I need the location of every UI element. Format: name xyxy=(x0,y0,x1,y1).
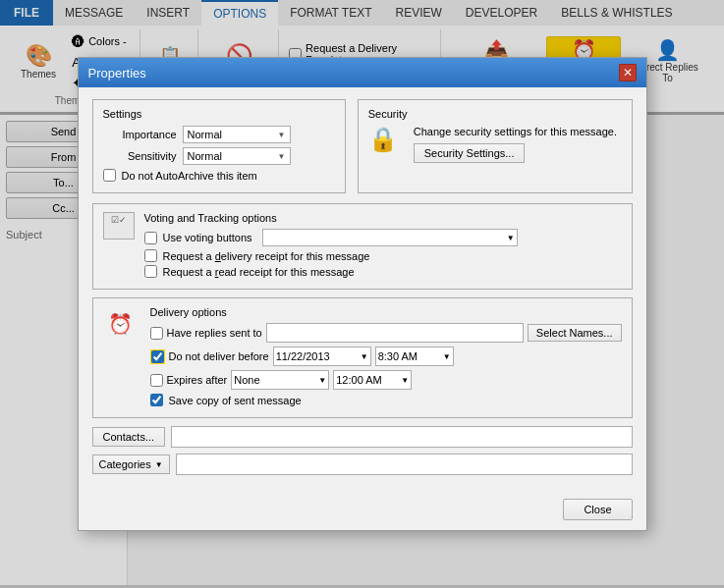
sensitivity-row: Sensitivity Normal ▼ xyxy=(103,147,335,165)
importance-select[interactable]: Normal ▼ xyxy=(183,126,291,143)
security-right: Change security settings for this messag… xyxy=(414,126,617,163)
expires-row: Expires after None ▼ 12:00 AM ▼ xyxy=(150,370,622,390)
expires-label: Expires after xyxy=(167,374,228,386)
settings-section: Settings Importance Normal ▼ Sensitivity… xyxy=(92,99,346,193)
categories-label: Categories xyxy=(99,458,151,470)
use-voting-row: Use voting buttons ▼ xyxy=(144,229,622,246)
no-deliver-checkbox[interactable] xyxy=(151,350,164,363)
save-copy-row: Save copy of sent message xyxy=(150,394,622,406)
categories-row: Categories ▼ None xyxy=(92,454,633,475)
have-replies-checkbox[interactable] xyxy=(150,327,163,340)
dialog-close-button[interactable]: ✕ xyxy=(619,64,637,81)
dialog-footer: Close xyxy=(79,493,646,530)
no-deliver-time-select[interactable]: 8:30 AM ▼ xyxy=(375,347,454,366)
sensitivity-arrow-icon: ▼ xyxy=(278,152,286,161)
security-title: Security xyxy=(368,108,622,120)
have-replies-input[interactable] xyxy=(266,323,524,343)
no-deliver-checkbox-wrapper xyxy=(150,349,165,364)
expires-time-arrow-icon: ▼ xyxy=(401,376,409,385)
security-settings-button[interactable]: Security Settings... xyxy=(414,143,526,163)
voting-read-receipt-checkbox[interactable] xyxy=(144,265,157,278)
contacts-row: Contacts... xyxy=(92,426,633,448)
settings-title: Settings xyxy=(103,108,335,120)
importance-row: Importance Normal ▼ xyxy=(103,126,335,143)
delivery-receipt-row: Request a delivery receipt for this mess… xyxy=(144,249,622,262)
expires-checkbox[interactable] xyxy=(150,374,163,387)
use-voting-label: Use voting buttons xyxy=(163,232,252,243)
use-voting-checkbox[interactable] xyxy=(144,232,157,244)
no-deliver-row: Do not deliver before 11/22/2013 ▼ 8:30 … xyxy=(150,347,622,366)
categories-button[interactable]: Categories ▼ xyxy=(92,454,170,474)
delivery-section: ⏰ Delivery options Have replies sent to … xyxy=(92,297,633,418)
properties-dialog: Properties ✕ Settings Importance Normal … xyxy=(78,57,647,531)
have-replies-label: Have replies sent to xyxy=(167,327,262,339)
voting-checkboxes: Voting and Tracking options Use voting b… xyxy=(144,212,622,281)
importance-label: Importance xyxy=(103,129,177,140)
expires-date-value: None xyxy=(234,374,259,386)
sensitivity-select[interactable]: Normal ▼ xyxy=(183,147,291,165)
save-copy-label: Save copy of sent message xyxy=(169,395,302,406)
close-button[interactable]: Close xyxy=(563,499,632,520)
importance-arrow-icon: ▼ xyxy=(278,131,286,139)
voting-icon: ☑✓ xyxy=(111,215,127,225)
delivery-title: Delivery options xyxy=(150,306,622,318)
delivery-icon-area: ⏰ xyxy=(103,306,144,342)
contacts-button[interactable]: Contacts... xyxy=(92,427,166,447)
dialog-overlay: Properties ✕ Settings Importance Normal … xyxy=(0,0,724,588)
security-section: Security 🔒 Change security settings for … xyxy=(358,99,633,193)
no-deliver-label: Do not deliver before xyxy=(169,350,269,362)
no-deliver-time-value: 8:30 AM xyxy=(378,350,418,362)
expires-date-arrow-icon: ▼ xyxy=(318,376,326,385)
sensitivity-label: Sensitivity xyxy=(103,150,177,162)
no-deliver-date-select[interactable]: 11/22/2013 ▼ xyxy=(273,347,371,366)
no-deliver-time-arrow-icon: ▼ xyxy=(443,352,451,361)
no-deliver-date-arrow-icon: ▼ xyxy=(361,352,368,361)
read-receipt-underline-label: Request a read receipt for this message xyxy=(163,266,355,278)
save-copy-checkbox[interactable] xyxy=(150,394,163,406)
dialog-body: Settings Importance Normal ▼ Sensitivity… xyxy=(79,87,646,493)
select-names-button[interactable]: Select Names... xyxy=(528,324,622,342)
have-replies-row: Have replies sent to Select Names... xyxy=(150,323,622,343)
read-receipt-row: Request a read receipt for this message xyxy=(144,265,622,278)
dialog-title: Properties xyxy=(88,66,146,80)
delivery-fields: Delivery options Have replies sent to Se… xyxy=(150,306,622,409)
voting-icon-area: ☑✓ xyxy=(103,212,135,240)
lock-icon: 🔒 xyxy=(368,126,398,153)
expires-time-value: 12:00 AM xyxy=(336,374,381,386)
voting-delivery-receipt-checkbox[interactable] xyxy=(144,249,157,262)
delivery-receipt-underline-label: Request a delivery receipt for this mess… xyxy=(163,250,370,262)
security-content: 🔒 Change security settings for this mess… xyxy=(368,126,622,163)
no-deliver-date-value: 11/22/2013 xyxy=(276,350,330,362)
delivery-clock-icon: ⏰ xyxy=(103,306,139,342)
voting-title: Voting and Tracking options xyxy=(144,212,622,224)
sensitivity-value: Normal xyxy=(188,150,222,162)
expires-time-select[interactable]: 12:00 AM ▼ xyxy=(333,370,412,390)
categories-input[interactable]: None xyxy=(176,454,633,475)
voting-section: ☑✓ Voting and Tracking options Use votin… xyxy=(92,203,633,290)
expires-date-select[interactable]: None ▼ xyxy=(231,370,329,390)
settings-security-row: Settings Importance Normal ▼ Sensitivity… xyxy=(92,99,633,193)
security-description: Change security settings for this messag… xyxy=(414,126,617,137)
autoarchive-row: Do not AutoArchive this item xyxy=(103,169,335,182)
contacts-input[interactable] xyxy=(171,426,632,448)
autoarchive-label: Do not AutoArchive this item xyxy=(122,170,257,182)
categories-arrow-icon: ▼ xyxy=(155,460,163,469)
dialog-titlebar: Properties ✕ xyxy=(79,58,646,87)
voting-dropdown-arrow: ▼ xyxy=(507,234,515,242)
autoarchive-checkbox[interactable] xyxy=(103,169,116,182)
importance-value: Normal xyxy=(188,129,222,140)
